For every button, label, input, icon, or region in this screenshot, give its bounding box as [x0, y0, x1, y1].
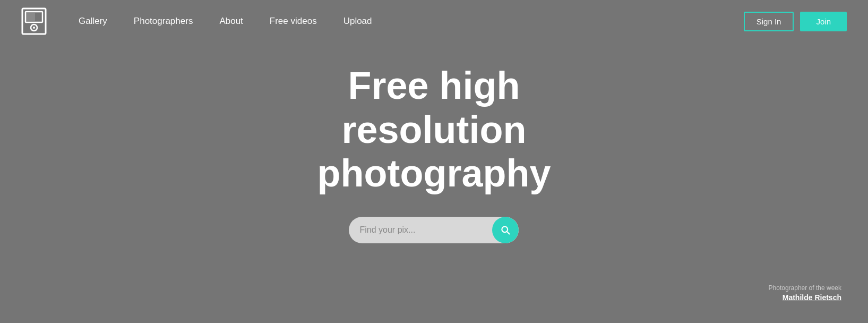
logo[interactable] — [21, 7, 47, 35]
signin-button[interactable]: Sign In — [744, 12, 794, 31]
nav-photographers[interactable]: Photographers — [134, 16, 193, 27]
svg-line-6 — [507, 232, 510, 234]
navbar: Gallery Photographers About Free videos … — [0, 0, 868, 42]
join-button[interactable]: Join — [800, 12, 847, 31]
photographer-of-week: Photographer of the week Mathilde Rietsc… — [769, 284, 841, 302]
nav-actions: Sign In Join — [744, 12, 847, 31]
svg-rect-4 — [25, 13, 35, 21]
hero-content: Free high resolution photography — [317, 64, 551, 243]
nav-about[interactable]: About — [219, 16, 243, 27]
nav-upload[interactable]: Upload — [343, 16, 372, 27]
nav-links: Gallery Photographers About Free videos … — [79, 16, 744, 27]
potw-name[interactable]: Mathilde Rietsch — [769, 293, 841, 302]
potw-label: Photographer of the week — [769, 284, 841, 292]
hero-section: Gallery Photographers About Free videos … — [0, 0, 868, 323]
search-input[interactable] — [359, 219, 492, 241]
search-button[interactable] — [492, 217, 519, 243]
hero-title: Free high resolution photography — [317, 64, 551, 196]
svg-point-3 — [33, 27, 35, 29]
nav-gallery[interactable]: Gallery — [79, 16, 107, 27]
search-bar — [349, 217, 519, 243]
nav-free-videos[interactable]: Free videos — [270, 16, 317, 27]
search-icon — [500, 225, 511, 235]
